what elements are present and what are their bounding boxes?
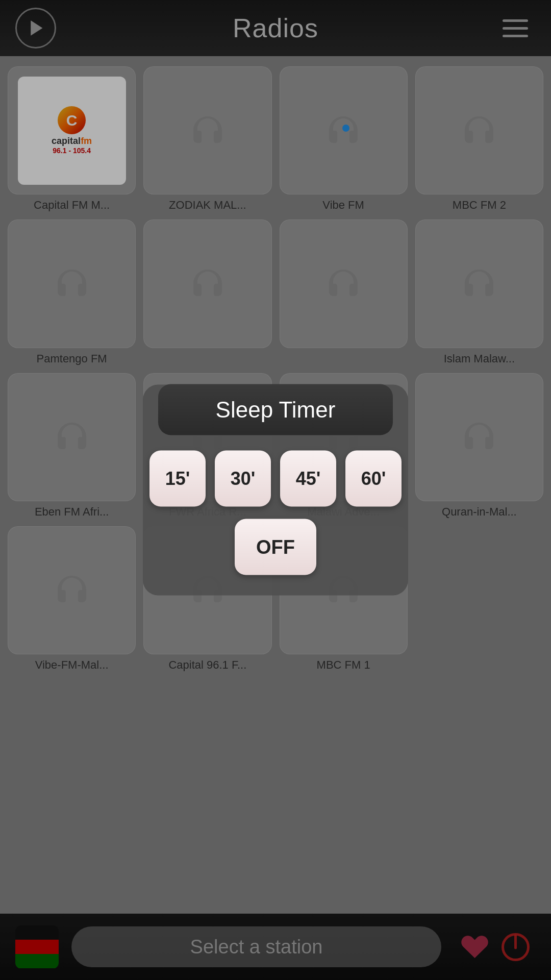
timer-off-button[interactable]: OFF [235, 519, 316, 575]
timer-45-button[interactable]: 45' [280, 451, 336, 507]
timer-15-button[interactable]: 15' [149, 451, 206, 507]
timer-60-button[interactable]: 60' [345, 451, 402, 507]
sleep-timer-modal: Sleep Timer 15' 30' 45' 60' OFF [143, 385, 408, 596]
sleep-timer-title: Sleep Timer [216, 397, 336, 422]
timer-30-button[interactable]: 30' [215, 451, 271, 507]
timer-options-row: 15' 30' 45' 60' [149, 451, 402, 507]
sleep-timer-header: Sleep Timer [158, 384, 393, 435]
